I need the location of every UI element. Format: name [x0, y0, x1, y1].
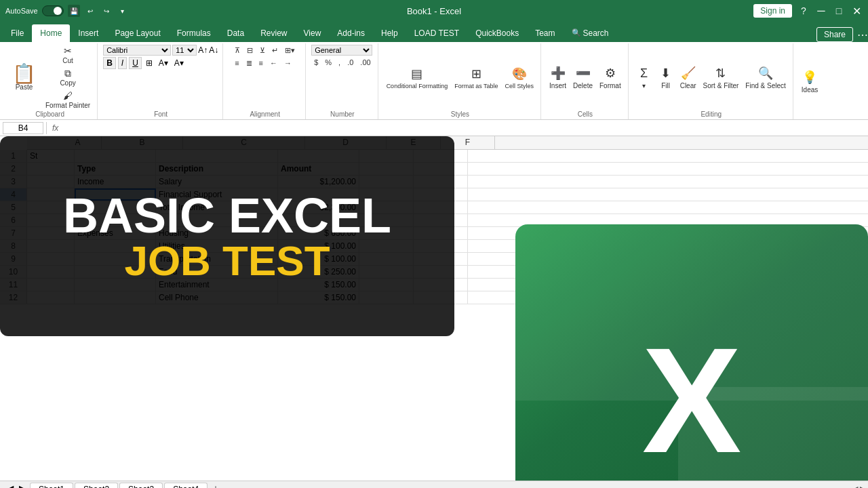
- align-middle-button[interactable]: ⊟: [244, 45, 256, 56]
- tab-quickbooks[interactable]: QuickBooks: [467, 24, 527, 42]
- bold-button[interactable]: B: [103, 57, 116, 69]
- align-left-button[interactable]: ≡: [232, 58, 241, 69]
- tab-data[interactable]: Data: [219, 24, 252, 42]
- increase-indent-button[interactable]: →: [281, 58, 294, 69]
- align-lr-row: ≡ ≣ ≡ ← →: [232, 58, 298, 69]
- italic-button[interactable]: I: [118, 57, 127, 69]
- tab-insert[interactable]: Insert: [70, 24, 106, 42]
- tab-team[interactable]: Team: [527, 24, 563, 42]
- excel-logo-container: X: [515, 224, 868, 481]
- delete-cells-label: Delete: [573, 82, 593, 89]
- window-title: Book1 - Excel: [407, 6, 461, 16]
- font-size-select[interactable]: 11: [172, 45, 197, 56]
- fill-button[interactable]: ⬇ Fill: [656, 64, 676, 91]
- conditional-formatting-label: Conditional Formatting: [387, 83, 448, 89]
- help-icon[interactable]: ?: [797, 5, 810, 17]
- format-painter-label: Format Painter: [45, 102, 90, 109]
- tab-help[interactable]: Help: [373, 24, 406, 42]
- percent-button[interactable]: %: [322, 57, 334, 68]
- clipboard-small: ✂Cut ⧉Copy 🖌Format Painter: [43, 45, 93, 110]
- sheet-tab-sheet4[interactable]: Sheet4: [164, 483, 208, 488]
- autosum-button[interactable]: Σ ▾: [634, 65, 654, 91]
- format-cells-button[interactable]: ⚙ Format: [597, 64, 624, 91]
- copy-button[interactable]: ⧉Copy: [43, 67, 93, 88]
- maximize-button[interactable]: □: [833, 5, 845, 17]
- minimize-button[interactable]: ─: [815, 5, 827, 17]
- clear-button[interactable]: 🧹 Clear: [677, 64, 699, 91]
- ribbon-collapse-icon[interactable]: ⋯: [857, 28, 868, 41]
- format-cells-icon: ⚙: [605, 66, 616, 81]
- sheet-tab-sheet3[interactable]: Sheet3: [119, 483, 163, 488]
- format-painter-button[interactable]: 🖌Format Painter: [43, 89, 93, 110]
- decrease-decimal-button[interactable]: .00: [357, 57, 373, 68]
- tab-addins[interactable]: Add-ins: [329, 24, 373, 42]
- font-style-row: B I U ⊞ A▾ A▾: [103, 57, 218, 69]
- align-bottom-button[interactable]: ⊻: [257, 45, 268, 56]
- comma-button[interactable]: ,: [336, 57, 343, 68]
- undo-icon[interactable]: ↩: [84, 5, 96, 17]
- underline-button[interactable]: U: [129, 57, 142, 69]
- find-select-label: Find & Select: [745, 82, 785, 89]
- tab-view[interactable]: View: [296, 24, 330, 42]
- sort-filter-icon: ⇅: [715, 66, 726, 81]
- increase-font-button[interactable]: A↑: [198, 45, 208, 55]
- statusbar-right: ◀ ▶: [852, 485, 865, 488]
- currency-button[interactable]: $: [311, 57, 321, 68]
- increase-decimal-button[interactable]: .0: [344, 57, 356, 68]
- sheet-tab-sheet2[interactable]: Sheet2: [75, 483, 118, 488]
- tab-formulas[interactable]: Formulas: [169, 24, 219, 42]
- tab-search[interactable]: 🔍Search: [564, 24, 617, 42]
- decrease-indent-button[interactable]: ←: [267, 58, 280, 69]
- sign-in-button[interactable]: Sign in: [753, 4, 792, 18]
- conditional-formatting-icon: ▤: [411, 66, 422, 81]
- paste-button[interactable]: 📋 Paste: [7, 62, 41, 94]
- cut-button[interactable]: ✂Cut: [43, 45, 93, 66]
- autosum-label: ▾: [642, 82, 646, 89]
- scroll-tabs-left-button[interactable]: ◀: [3, 483, 16, 488]
- fill-icon: ⬇: [660, 66, 671, 81]
- fill-color-button[interactable]: A▾: [157, 58, 170, 68]
- format-as-table-label: Format as Table: [454, 83, 498, 89]
- align-center-button[interactable]: ≣: [243, 58, 255, 69]
- cell-styles-button[interactable]: 🎨 Cell Styles: [502, 65, 537, 91]
- ideas-button[interactable]: 💡 Ideas: [799, 68, 821, 95]
- tab-loadtest[interactable]: LOAD TEST: [406, 24, 467, 42]
- delete-cells-button[interactable]: ➖ Delete: [570, 64, 595, 91]
- conditional-formatting-button[interactable]: ▤ Conditional Formatting: [384, 65, 451, 91]
- find-select-button[interactable]: 🔍 Find & Select: [743, 64, 788, 91]
- ideas-icon: 💡: [802, 70, 817, 85]
- add-sheet-button[interactable]: ＋: [209, 483, 222, 489]
- formula-input[interactable]: [61, 123, 865, 134]
- tab-home[interactable]: Home: [32, 24, 70, 42]
- sort-filter-button[interactable]: ⇅ Sort & Filter: [701, 64, 742, 91]
- share-button[interactable]: Share: [816, 27, 853, 42]
- sheet-tab-sheet1[interactable]: Sheet1: [30, 483, 73, 489]
- align-top-button[interactable]: ⊼: [232, 45, 243, 56]
- ideas-label: Ideas: [802, 86, 818, 94]
- quick-save-icon[interactable]: 💾: [68, 5, 80, 17]
- format-as-table-button[interactable]: ⊞ Format as Table: [452, 65, 500, 91]
- font-family-select[interactable]: Calibri: [103, 45, 171, 56]
- autosave-toggle[interactable]: [42, 5, 64, 16]
- tab-page-layout[interactable]: Page Layout: [106, 24, 168, 42]
- insert-cells-button[interactable]: ➕ Insert: [547, 64, 569, 91]
- tab-file[interactable]: File: [3, 24, 32, 42]
- ribbon-tabs: File Home Insert Page Layout Formulas Da…: [0, 22, 868, 42]
- customize-icon[interactable]: ▾: [117, 5, 129, 17]
- align-right-button[interactable]: ≡: [256, 58, 266, 69]
- number-format-select[interactable]: General Number Currency: [311, 45, 372, 56]
- merge-button[interactable]: ⊞▾: [282, 45, 298, 56]
- cell-reference-box[interactable]: [3, 122, 43, 134]
- alignment-label: Alignment: [250, 110, 279, 119]
- ideas-buttons: 💡 Ideas: [799, 45, 821, 118]
- font-color-button[interactable]: A▾: [172, 58, 186, 68]
- scroll-tabs-right-button[interactable]: ▶: [16, 483, 30, 488]
- close-button[interactable]: ✕: [850, 5, 863, 17]
- border-button[interactable]: ⊞: [144, 58, 155, 68]
- wrap-text-button[interactable]: ↵: [269, 45, 281, 56]
- cells-label: Cells: [578, 110, 593, 119]
- tab-review[interactable]: Review: [252, 24, 295, 42]
- decrease-font-button[interactable]: A↓: [209, 45, 218, 55]
- cells-buttons: ➕ Insert ➖ Delete ⚙ Format: [547, 45, 624, 110]
- redo-icon[interactable]: ↪: [100, 5, 113, 17]
